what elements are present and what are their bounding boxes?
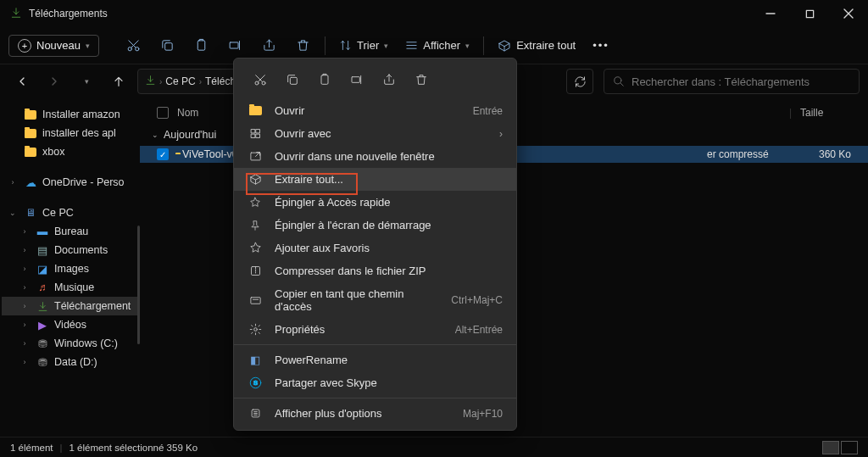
plus-icon: + (18, 39, 31, 53)
share-button[interactable] (253, 31, 284, 61)
ctx-paste-button[interactable] (310, 67, 339, 92)
sidebar-item-data-d[interactable]: ›⛃Data (D:) (2, 353, 138, 371)
extract-icon (248, 173, 263, 186)
zip-icon (248, 265, 263, 277)
history-chevron[interactable]: ▾ (73, 68, 100, 95)
status-bar: 1 élément | 1 élément sélectionné 359 Ko (0, 437, 868, 457)
ctx-delete-button[interactable] (407, 67, 436, 92)
refresh-button[interactable] (566, 69, 593, 94)
sidebar-item-downloads[interactable]: ›Téléchargement (2, 297, 138, 315)
sort-button[interactable]: Trier▾ (332, 39, 395, 52)
downloads-icon (10, 7, 22, 21)
window-title: Téléchargements (29, 8, 108, 20)
search-input[interactable]: Rechercher dans : Téléchargements (604, 69, 860, 94)
maximize-button[interactable] (790, 0, 829, 27)
ctx-compress-zip[interactable]: Compresser dans le fichier ZIP (234, 259, 516, 282)
chevron-down-icon: ▾ (86, 42, 90, 50)
minimize-button[interactable] (751, 0, 790, 27)
svg-rect-11 (352, 77, 359, 83)
sidebar-item-pc[interactable]: ⌄🖥Ce PC (2, 203, 138, 222)
more-button[interactable]: ••• (586, 39, 616, 52)
sidebar-item-documents[interactable]: ›▤Documents (2, 241, 138, 259)
ctx-cut-button[interactable] (246, 67, 275, 92)
svg-rect-13 (256, 130, 259, 133)
status-selected: 1 élément sélectionné 359 Ko (70, 443, 198, 453)
sidebar-item-videos[interactable]: ›▶Vidéos (2, 315, 138, 334)
ctx-share-skype[interactable]: SPartager avec Skype (234, 371, 516, 394)
ctx-rename-button[interactable] (342, 67, 371, 92)
checkbox-icon[interactable]: ✓ (157, 148, 169, 160)
extract-all-button[interactable]: Extraire tout (491, 39, 582, 53)
new-window-icon (248, 150, 263, 163)
sidebar-item-quick[interactable]: installer des apl (2, 124, 138, 142)
file-type: er compressé (707, 148, 792, 160)
svg-rect-3 (164, 43, 172, 51)
copy-button[interactable] (152, 31, 182, 61)
open-with-icon (248, 127, 263, 140)
paste-button[interactable] (186, 31, 216, 61)
sidebar-item-windows-c[interactable]: ›⛃Windows (C:) (2, 334, 138, 353)
view-button[interactable]: Afficher▾ (398, 39, 476, 52)
ctx-pin-quick[interactable]: Épingler à Accès rapide (234, 191, 516, 214)
view-large-button[interactable] (841, 441, 858, 454)
up-button[interactable] (105, 68, 132, 95)
svg-rect-15 (256, 134, 259, 137)
sidebar-item-images[interactable]: ›◪Images (2, 259, 138, 278)
svg-rect-12 (251, 130, 254, 133)
svg-rect-9 (290, 77, 297, 84)
delete-button[interactable] (287, 31, 318, 61)
open-icon (248, 106, 263, 115)
sidebar-item-bureau[interactable]: ›▬Bureau (2, 222, 138, 241)
ctx-share-button[interactable] (375, 67, 403, 92)
svg-rect-18 (250, 297, 259, 304)
ctx-copy-button[interactable] (278, 67, 307, 92)
sidebar-item-quick[interactable]: xbox (2, 142, 138, 161)
sidebar-item-quick[interactable]: Installer amazon (2, 105, 138, 124)
ctx-open[interactable]: OuvrirEntrée (234, 99, 516, 122)
sidebar: Installer amazon installer des apl xbox … (0, 98, 140, 437)
more-options-icon (248, 407, 263, 420)
ctx-add-favorites[interactable]: Ajouter aux Favoris (234, 237, 516, 259)
ctx-powerrename[interactable]: ◧PowerRename (234, 348, 516, 371)
context-menu: OuvrirEntrée Ouvrir avec› Ouvrir dans un… (233, 58, 517, 431)
star-icon (248, 242, 263, 254)
ctx-more-options[interactable]: Afficher plus d'optionsMaj+F10 (234, 402, 516, 425)
ctx-properties[interactable]: PropriétésAlt+Entrée (234, 318, 516, 341)
rename-button[interactable] (220, 31, 250, 61)
svg-rect-10 (321, 75, 328, 85)
svg-rect-5 (230, 42, 238, 48)
new-label: Nouveau (36, 39, 81, 52)
sidebar-item-musique[interactable]: ›♬Musique (2, 278, 138, 297)
ctx-open-with[interactable]: Ouvrir avec› (234, 122, 516, 145)
view-details-button[interactable] (822, 441, 839, 454)
svg-rect-14 (251, 134, 254, 137)
pin-icon (248, 197, 263, 209)
new-button[interactable]: + Nouveau ▾ (8, 35, 99, 57)
ctx-extract-all[interactable]: Extraire tout... (234, 168, 516, 191)
search-icon (613, 75, 625, 87)
sidebar-item-onedrive[interactable]: ›☁OneDrive - Perso (2, 173, 138, 192)
powerrename-icon: ◧ (248, 354, 263, 366)
breadcrumb-root[interactable]: Ce PC (165, 75, 195, 87)
copy-path-icon (248, 294, 263, 307)
svg-point-19 (253, 328, 257, 332)
svg-rect-0 (806, 10, 813, 17)
cut-button[interactable] (118, 31, 148, 61)
column-size[interactable]: Taille (792, 107, 868, 119)
ctx-open-new-window[interactable]: Ouvrir dans une nouvelle fenêtre (234, 145, 516, 168)
properties-icon (248, 323, 263, 336)
breadcrumb[interactable]: › Ce PC › Télécharger (137, 69, 239, 94)
svg-rect-4 (198, 41, 205, 50)
title-bar: Téléchargements (0, 0, 868, 27)
skype-icon: S (248, 376, 263, 389)
ctx-pin-start[interactable]: Épingler à l'écran de démarrage (234, 214, 516, 237)
back-button[interactable] (8, 68, 36, 95)
status-count: 1 élément (10, 443, 53, 453)
ctx-copy-path[interactable]: Copier en tant que chemin d'accèsCtrl+Ma… (234, 282, 516, 318)
file-size: 360 Ko (792, 148, 851, 160)
forward-button[interactable] (41, 68, 68, 95)
svg-text:S: S (253, 379, 257, 387)
close-button[interactable] (829, 0, 868, 27)
pin-start-icon (248, 220, 263, 231)
downloads-icon (145, 75, 156, 88)
